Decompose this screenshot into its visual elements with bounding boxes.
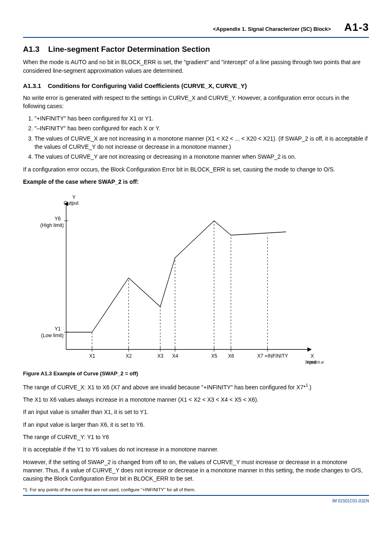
- body-p2: The X1 to X6 values always increase in a…: [23, 395, 369, 404]
- subsection-heading: A1.3.1 Conditions for Configuring Valid …: [23, 81, 369, 90]
- chart-xtick: X3: [157, 353, 164, 360]
- figure-wrapper: Y Output Y6 (High limit) Y1 (Low limit) …: [23, 190, 369, 367]
- chart-y-label-2: Output: [64, 200, 78, 207]
- header-page-number: A1-3: [344, 20, 369, 35]
- list-item: "–INFINITY" has been configured for each…: [35, 124, 369, 132]
- body-p7: However, if the setting of SWAP_2 is cha…: [23, 458, 369, 483]
- figure-code: FA0103.ai: [307, 360, 324, 365]
- chart-xtick: X6: [228, 353, 234, 360]
- svg-line-19: [231, 232, 286, 235]
- list-item: The values of CURVE_Y are not increasing…: [35, 153, 369, 161]
- body-p3: If an input value is smaller than X1, it…: [23, 408, 369, 416]
- chart-xtick: X2: [126, 353, 132, 360]
- chart-y1-sub: (Low limit): [41, 332, 64, 339]
- body-p1a: The range of CURVE_X: X1 to X6 (X7 and a…: [23, 384, 306, 391]
- header-breadcrumb: <Appendix 1. Signal Characterizer (SC) B…: [213, 25, 331, 33]
- figure-caption: Figure A1.3 Example of Curve (SWAP_2 = o…: [23, 370, 369, 378]
- list-item: "+INFINITY" has been configured for X1 o…: [35, 114, 369, 123]
- example-heading: Example of the case where SWAP_2 is off:: [23, 178, 369, 186]
- conditions-list: "+INFINITY" has been configured for X1 o…: [23, 114, 369, 161]
- body-p1: The range of CURVE_X: X1 to X6 (X7 and a…: [23, 383, 369, 391]
- body-p6: It is acceptable if the Y1 to Y6 values …: [23, 445, 369, 453]
- chart-y6-sub: (High limit): [40, 222, 64, 229]
- chart-y1-label: Y1: [55, 326, 61, 333]
- curve-chart: Y Output Y6 (High limit) Y1 (Low limit) …: [23, 190, 327, 367]
- chart-xtick: X7 =INFINITY: [257, 353, 288, 360]
- list-item: The values of CURVE_X are not increasing…: [35, 134, 369, 151]
- chart-y6-label: Y6: [55, 215, 61, 222]
- footnote: *1: For any points of the curve that are…: [23, 487, 369, 496]
- section-title: Line-segment Factor Determination Sectio…: [48, 45, 210, 53]
- section-heading: A1.3 Line-segment Factor Determination S…: [23, 44, 369, 55]
- body-p5: The range of CURVE_Y: Y1 to Y6: [23, 433, 369, 441]
- section-intro: When the mode is AUTO and no bit in BLOC…: [23, 58, 369, 75]
- subsection-number: A1.3.1: [23, 81, 46, 90]
- chart-xtick: X4: [172, 353, 178, 360]
- after-list-paragraph: If a configuration error occurs, the Blo…: [23, 165, 369, 173]
- section-number: A1.3: [23, 44, 46, 55]
- document-code: IM 01S01C01-01EN: [23, 498, 369, 504]
- body-p4: If an input value is larger than X6, it …: [23, 421, 369, 429]
- body-p1b: .): [308, 384, 311, 391]
- page-header: <Appendix 1. Signal Characterizer (SC) B…: [23, 20, 369, 38]
- chart-xtick: X1: [89, 353, 95, 360]
- subsection-intro: No write error is generated with respect…: [23, 94, 369, 111]
- subsection-title: Conditions for Configuring Valid Coeffic…: [48, 82, 247, 89]
- chart-xtick: X5: [211, 353, 217, 360]
